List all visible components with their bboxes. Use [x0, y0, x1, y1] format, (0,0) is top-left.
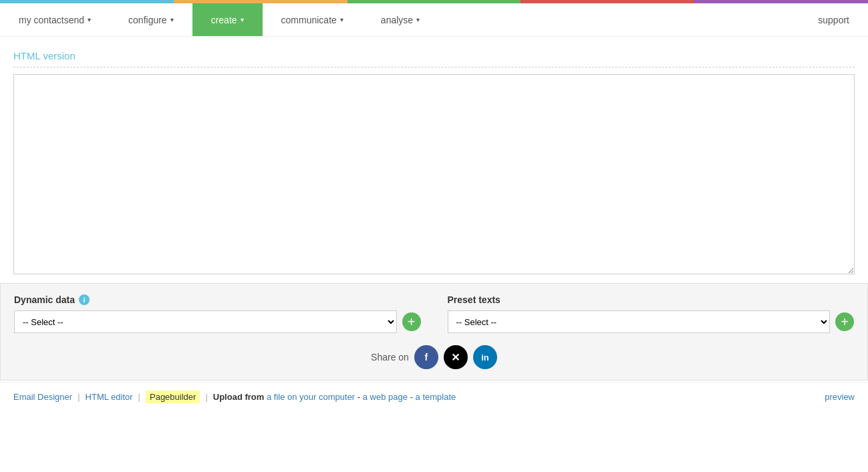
progress-segment-5 [694, 0, 868, 3]
upload-from-label: Upload from [213, 392, 265, 402]
nav-item-create-caret: ▾ [241, 16, 244, 23]
footer-sep-3: | [205, 392, 207, 402]
nav-item-configure[interactable]: configure ▾ [110, 3, 192, 36]
panel-row: Dynamic data i -- Select -- + Preset tex… [14, 294, 854, 333]
nav-item-create[interactable]: create ▾ [192, 3, 263, 36]
footer-sep-1: | [78, 392, 80, 402]
dash-1: - [357, 392, 360, 402]
preset-texts-select-row: -- Select -- + [448, 310, 855, 333]
web-page-link[interactable]: a web page [363, 392, 408, 402]
dynamic-data-add-button[interactable]: + [402, 312, 421, 331]
file-on-computer-link[interactable]: a file on your computer [267, 392, 355, 402]
nav-item-communicate-label: communicate [281, 15, 337, 25]
upload-from-text: Upload from [213, 392, 265, 402]
share-on-text: Share on [371, 352, 409, 363]
nav-item-mycontactsend-caret: ▾ [88, 16, 91, 23]
html-editor-link[interactable]: HTML editor [86, 392, 133, 402]
pagebuilder-active[interactable]: Pagebuilder [146, 391, 200, 403]
dynamic-data-label: Dynamic data i [14, 294, 421, 305]
nav-item-create-label: create [211, 15, 237, 25]
nav-support[interactable]: support [799, 15, 868, 25]
nav-item-mycontactsend-label: my contactsend [19, 15, 84, 25]
nav-item-mycontactsend[interactable]: my contactsend ▾ [0, 3, 110, 36]
facebook-icon[interactable]: f [414, 345, 438, 369]
dynamic-data-section: Dynamic data i -- Select -- + [14, 294, 421, 333]
progress-segment-4 [521, 0, 694, 3]
share-row: Share on f ✕ in [14, 345, 854, 369]
linkedin-icon[interactable]: in [473, 345, 497, 369]
dash-2: - [410, 392, 413, 402]
preset-texts-label-text: Preset texts [448, 294, 500, 305]
preset-texts-label: Preset texts [448, 294, 855, 305]
dynamic-data-info-icon[interactable]: i [79, 294, 90, 305]
preset-texts-select[interactable]: -- Select -- [448, 310, 831, 333]
preset-texts-add-button[interactable]: + [835, 312, 854, 331]
nav-item-configure-label: configure [128, 15, 167, 25]
footer-sep-2: | [138, 392, 140, 402]
email-designer-link[interactable]: Email Designer [13, 392, 72, 402]
nav-item-communicate[interactable]: communicate ▾ [263, 3, 362, 36]
dynamic-data-label-text: Dynamic data [14, 294, 75, 305]
nav-item-analyse-label: analyse [381, 15, 413, 25]
preset-texts-section: Preset texts -- Select -- + [448, 294, 855, 333]
nav-item-analyse[interactable]: analyse ▾ [362, 3, 438, 36]
main-nav: my contactsend ▾ configure ▾ create ▾ co… [0, 3, 868, 37]
dynamic-data-select-row: -- Select -- + [14, 310, 421, 333]
html-textarea[interactable] [13, 74, 855, 274]
preview-link[interactable]: preview [825, 392, 855, 402]
main-content: HTML version [0, 37, 868, 276]
template-link[interactable]: a template [416, 392, 456, 402]
dynamic-data-select[interactable]: -- Select -- [14, 310, 397, 333]
nav-item-configure-caret: ▾ [170, 16, 174, 23]
footer-bar: Email Designer | HTML editor | Pagebuild… [0, 382, 868, 411]
nav-item-analyse-caret: ▾ [416, 16, 420, 23]
nav-item-communicate-caret: ▾ [340, 16, 343, 23]
x-icon[interactable]: ✕ [444, 345, 468, 369]
section-title: HTML version [13, 50, 855, 67]
bottom-panel: Dynamic data i -- Select -- + Preset tex… [0, 283, 868, 381]
